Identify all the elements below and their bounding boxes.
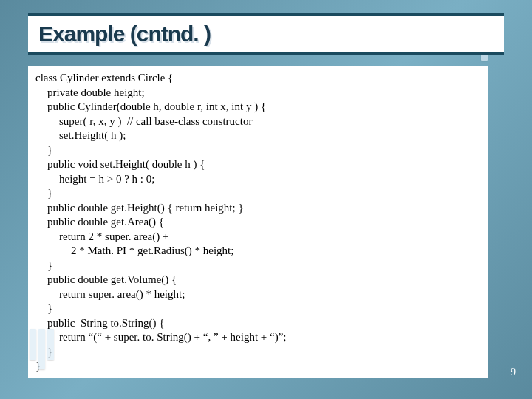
code-line: public String to.String() { [35,316,480,331]
page-number: 9 [511,366,516,378]
code-line: public void set.Height( double h ) { [35,157,480,172]
deco-bar [38,329,45,369]
code-line: public Cylinder(double h, double r, int … [35,100,480,115]
code-line: } [35,259,480,273]
slide-title: Example (cntnd. ) [38,21,494,47]
code-block: class Cylinder extends Circle { private … [28,66,488,378]
title-bar: Example (cntnd. ) [28,13,504,55]
code-line: set.Height( h ); [35,129,480,143]
deco-bar [47,329,54,360]
code-line: } [35,301,480,316]
code-line: } [35,345,480,360]
code-line: return super. area() * height; [35,287,480,302]
slide: Example (cntnd. ) class Cylinder extends… [0,0,532,399]
code-line: } [35,143,480,158]
code-line: } [35,359,480,374]
code-line: } [35,186,480,201]
code-line: public double get.Height() { return heig… [35,201,480,216]
code-line: return “(“ + super. to. String() + “, ” … [35,330,480,345]
deco-bar [30,329,36,360]
code-line: private double height; [35,86,480,100]
code-line: 2 * Math. PI * get.Radius() * height; [35,244,480,259]
code-line: height = h > 0 ? h : 0; [35,172,480,187]
code-line: super( r, x, y ) // call base-class cons… [35,115,480,129]
code-line: return 2 * super. area() + [35,230,480,245]
code-line: public double get.Volume() { [35,273,480,287]
decoration-bottom-left [30,329,54,369]
code-line: public double get.Area() { [35,215,480,230]
code-line: class Cylinder extends Circle { [35,71,480,86]
